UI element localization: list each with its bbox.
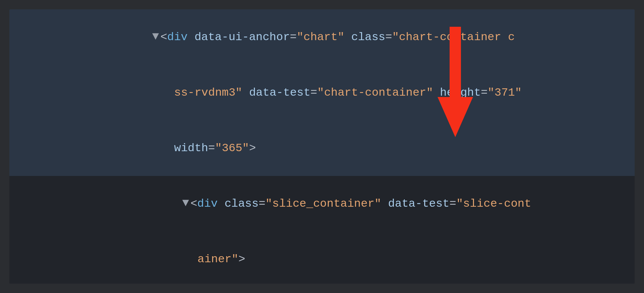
dom-node-open-tag-wrap: ainer"> bbox=[9, 231, 635, 284]
devtools-elements-panel[interactable]: ▼<div data-ui-anchor="chart" class="char… bbox=[9, 9, 635, 284]
chevron-down-icon[interactable]: ▼ bbox=[151, 28, 160, 45]
dom-node-open-tag-wrap2: width="365"> bbox=[9, 120, 635, 176]
dom-node-open-tag-wrap: ss-rvdnm3" data-test="chart-container" h… bbox=[9, 65, 635, 120]
dom-node-chart-container[interactable]: ▼<div data-ui-anchor="chart" class="char… bbox=[9, 9, 635, 176]
dom-node-slice-container[interactable]: ▼<div class="slice_container" data-test=… bbox=[9, 176, 635, 284]
devtools-elements-panel-frame: ▼<div data-ui-anchor="chart" class="char… bbox=[0, 0, 644, 293]
dom-node-open-tag: ▼<div class="slice_container" data-test=… bbox=[9, 176, 635, 231]
chevron-down-icon[interactable]: ▼ bbox=[181, 194, 190, 212]
dom-node-open-tag: ▼<div data-ui-anchor="chart" class="char… bbox=[9, 9, 635, 65]
